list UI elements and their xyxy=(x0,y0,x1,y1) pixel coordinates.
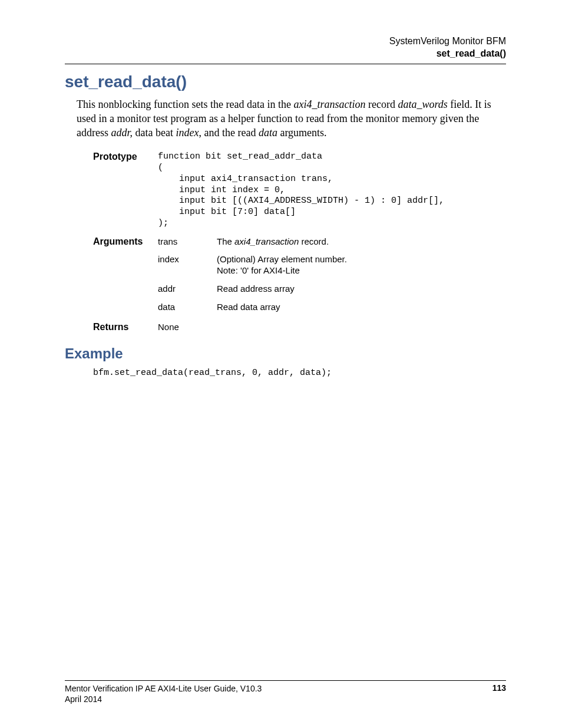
footer-page-number: 113 xyxy=(492,683,506,704)
footer-left: Mentor Verification IP AE AXI4-Lite User… xyxy=(65,683,262,704)
arg-name: index xyxy=(158,254,217,276)
footer-guide: Mentor Verification IP AE AXI4-Lite User… xyxy=(65,684,262,693)
prototype-code: function bit set_read_addr_data ( input … xyxy=(158,151,506,229)
returns-row: Returns None xyxy=(93,322,506,332)
arg-desc: (Optional) Array element number. Note: '… xyxy=(217,254,347,276)
arg-desc: The axi4_transaction record. xyxy=(217,236,329,248)
header-rule xyxy=(65,64,506,64)
returns-label: Returns xyxy=(93,322,158,332)
arg-desc-text: The xyxy=(217,236,234,246)
prototype-row: Prototype function bit set_read_addr_dat… xyxy=(93,151,506,233)
arg-desc: Read address array xyxy=(217,284,295,295)
page-footer: Mentor Verification IP AE AXI4-Lite User… xyxy=(65,680,506,704)
intro-text: , and the read xyxy=(199,127,258,139)
intro-text: record xyxy=(365,98,398,110)
arg-name: data xyxy=(158,302,217,313)
returns-value: None xyxy=(158,322,506,332)
intro-text: This nonblocking function sets the read … xyxy=(77,98,293,110)
arg-row-index: index (Optional) Array element number. N… xyxy=(158,254,506,276)
arg-desc-text: (Optional) Array element number. xyxy=(217,254,347,264)
arg-row-data: data Read data array xyxy=(158,302,506,313)
header-line-2: set_read_data() xyxy=(65,48,506,60)
arguments-row: Arguments trans The axi4_transaction rec… xyxy=(93,236,506,320)
intro-italic-2: data_words xyxy=(398,98,447,110)
arg-desc-text: record. xyxy=(299,236,329,246)
header-line-1: SystemVerilog Monitor BFM xyxy=(65,35,506,48)
intro-paragraph: This nonblocking function sets the read … xyxy=(65,97,506,140)
arguments-label: Arguments xyxy=(93,236,158,247)
example-code: bfm.set_read_data(read_trans, 0, addr, d… xyxy=(93,368,506,378)
intro-italic-4: index xyxy=(176,127,199,139)
page-title: set_read_data() xyxy=(65,73,506,91)
arg-desc-italic: axi4_transaction xyxy=(234,236,299,246)
arg-row-addr: addr Read address array xyxy=(158,284,506,295)
spec-table: Prototype function bit set_read_addr_dat… xyxy=(93,151,506,332)
arg-desc-text: Note: '0' for AXI4-Lite xyxy=(217,265,300,275)
arg-desc: Read data array xyxy=(217,302,280,313)
intro-text: data beat xyxy=(133,127,176,139)
page-header: SystemVerilog Monitor BFM set_read_data(… xyxy=(65,35,506,60)
footer-rule xyxy=(65,680,506,681)
arg-name: trans xyxy=(158,236,217,248)
arg-name: addr xyxy=(158,284,217,295)
example-heading: Example xyxy=(65,345,506,362)
intro-italic-5: data xyxy=(259,127,277,139)
intro-italic-3: addr, xyxy=(111,127,133,139)
footer-date: April 2014 xyxy=(65,694,102,704)
intro-text: arguments. xyxy=(277,127,327,139)
intro-italic-1: axi4_transaction xyxy=(293,98,365,110)
arg-row-trans: trans The axi4_transaction record. xyxy=(158,236,506,248)
prototype-label: Prototype xyxy=(93,151,158,162)
